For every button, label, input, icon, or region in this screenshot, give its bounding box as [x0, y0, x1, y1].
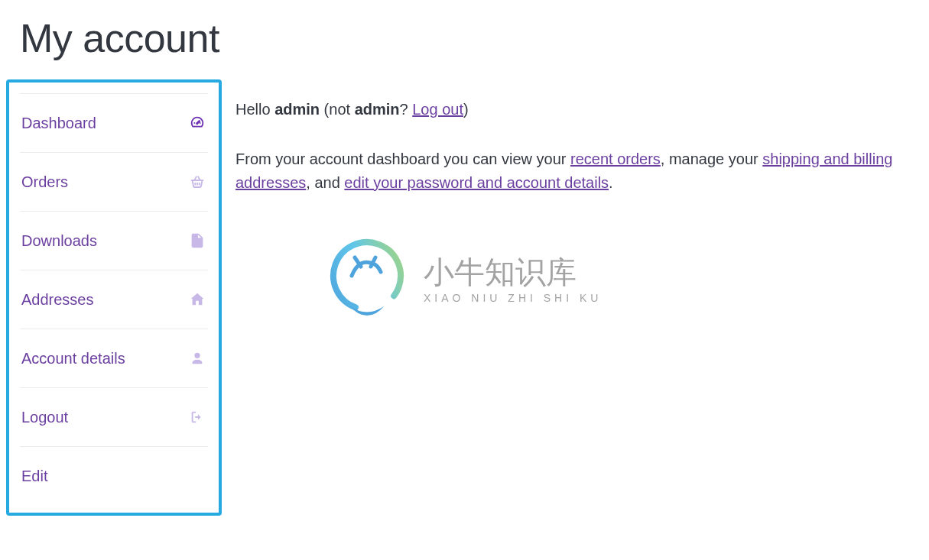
account-nav-sidebar: Dashboard Orders Downloads Addresses Acc: [6, 79, 222, 516]
sidebar-item-edit[interactable]: Edit: [20, 446, 208, 505]
dashboard-icon: [188, 114, 206, 132]
empty-icon: [188, 467, 206, 485]
sidebar-item-downloads[interactable]: Downloads: [20, 211, 208, 270]
sidebar-item-label: Addresses: [21, 291, 94, 309]
page-title: My account: [20, 15, 923, 61]
sidebar-item-label: Account details: [21, 350, 125, 367]
home-icon: [188, 290, 206, 309]
user-icon: [188, 349, 206, 367]
basket-icon: [188, 173, 206, 191]
sidebar-item-label: Dashboard: [21, 115, 96, 132]
sidebar-item-label: Orders: [21, 173, 68, 191]
sidebar-item-label: Logout: [21, 409, 68, 426]
dashboard-description: From your account dashboard you can view…: [235, 147, 923, 195]
sidebar-item-label: Downloads: [21, 232, 97, 250]
sidebar-item-orders[interactable]: Orders: [20, 152, 208, 211]
sidebar-item-addresses[interactable]: Addresses: [20, 270, 208, 329]
sidebar-item-dashboard[interactable]: Dashboard: [20, 93, 208, 152]
sign-out-icon: [188, 408, 206, 426]
dashboard-content: Hello admin (not admin? Log out) From yo…: [235, 79, 923, 221]
recent-orders-link[interactable]: recent orders: [570, 151, 661, 167]
edit-account-link[interactable]: edit your password and account details: [344, 174, 609, 191]
username: admin: [274, 101, 320, 118]
file-icon: [188, 231, 206, 250]
sidebar-item-logout[interactable]: Logout: [20, 387, 208, 446]
greeting-text: Hello admin (not admin? Log out): [235, 98, 923, 121]
sidebar-item-account-details[interactable]: Account details: [20, 329, 208, 387]
sidebar-item-label: Edit: [21, 468, 47, 485]
logout-link[interactable]: Log out: [412, 101, 463, 118]
